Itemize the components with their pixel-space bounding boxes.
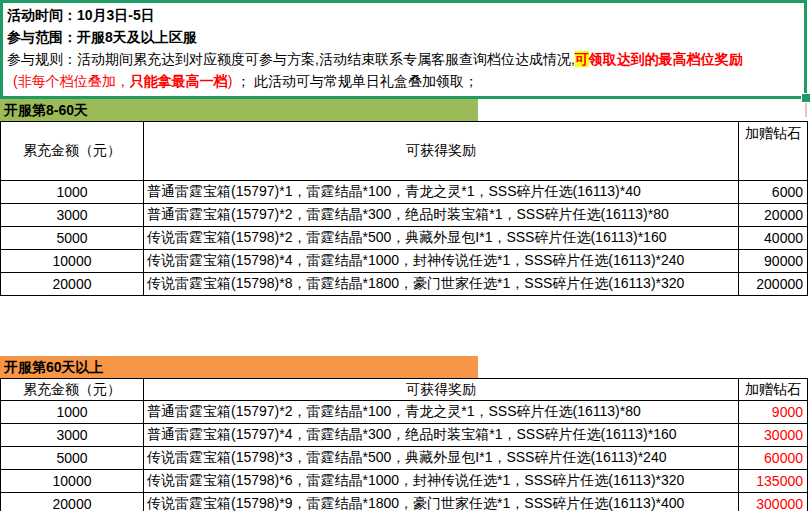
reward-cell[interactable]: 传说雷霆宝箱(15798)*4，雷霆结晶*1000，封神传说任选*1，SSS碎片… bbox=[144, 250, 739, 273]
reward-cell[interactable]: 普通雷霆宝箱(15797)*4，雷霆结晶*300，绝品时装宝箱*1，SSS碎片任… bbox=[144, 424, 739, 447]
table-row: 10000 传说雷霆宝箱(15798)*6，雷霆结晶*1000，封神传说任选*1… bbox=[1, 470, 808, 493]
bonus-cell[interactable]: 40000 bbox=[739, 227, 808, 250]
amount-cell[interactable]: 3000 bbox=[1, 204, 144, 227]
header-amount-cell[interactable]: 累充金额（元） bbox=[1, 379, 144, 401]
amount-cell[interactable]: 5000 bbox=[1, 227, 144, 250]
table-row: 3000 普通雷霆宝箱(15797)*4，雷霆结晶*300，绝品时装宝箱*1，S… bbox=[1, 424, 808, 447]
bonus-cell[interactable]: 20000 bbox=[739, 204, 808, 227]
bonus-cell[interactable]: 9000 bbox=[739, 401, 808, 424]
bonus-cell[interactable]: 30000 bbox=[739, 424, 808, 447]
header-bonus-cell[interactable]: 加赠钻石 bbox=[739, 122, 808, 181]
activity-info-cell[interactable]: 活动时间：10月3日-5日 参与范围：开服8天及以上区服 参与规则：活动期间累充… bbox=[0, 0, 807, 99]
reward-cell[interactable]: 传说雷霆宝箱(15798)*3，雷霆结晶*500，典藏外显包I*1，SSS碎片任… bbox=[144, 447, 739, 470]
note-black-text: ； 此活动可与常规单日礼盒叠加领取； bbox=[236, 73, 478, 89]
table-row: 3000 普通雷霆宝箱(15797)*2，雷霆结晶*300，绝品时装宝箱*1，S… bbox=[1, 204, 808, 227]
header-reward-cell[interactable]: 可获得奖励 bbox=[144, 122, 739, 181]
bonus-cell[interactable]: 60000 bbox=[739, 447, 808, 470]
reward-cell[interactable]: 传说雷霆宝箱(15798)*2，雷霆结晶*500，典藏外显包I*1，SSS碎片任… bbox=[144, 227, 739, 250]
reward-cell[interactable]: 普通雷霆宝箱(15797)*1，雷霆结晶*100，青龙之灵*1，SSS碎片任选(… bbox=[144, 181, 739, 204]
header-reward-cell[interactable]: 可获得奖励 bbox=[144, 379, 739, 401]
section-header-day60plus[interactable]: 开服第60天以上 bbox=[0, 356, 478, 378]
reward-cell[interactable]: 传说雷霆宝箱(15798)*9，雷霆结晶*1800，豪门世家任选*1，SSS碎片… bbox=[144, 493, 739, 511]
recharge-table-day60plus: 累充金额（元） 可获得奖励 加赠钻石 1000 普通雷霆宝箱(15797)*2，… bbox=[0, 378, 808, 511]
table-row: 5000 传说雷霆宝箱(15798)*2，雷霆结晶*500，典藏外显包I*1，S… bbox=[1, 227, 808, 250]
table-row: 1000 普通雷霆宝箱(15797)*2，雷霆结晶*100，青龙之灵*1，SSS… bbox=[1, 401, 808, 424]
recharge-table-day8-60: 累充金额（元） 可获得奖励 加赠钻石 1000 普通雷霆宝箱(15797)*1，… bbox=[0, 121, 808, 296]
table-row: 20000 传说雷霆宝箱(15798)*9，雷霆结晶*1800，豪门世家任选*1… bbox=[1, 493, 808, 511]
rules-highlighted-char: 可 bbox=[575, 51, 589, 67]
adjacent-cell-border bbox=[805, 103, 807, 117]
bonus-cell[interactable]: 90000 bbox=[739, 250, 808, 273]
amount-cell[interactable]: 5000 bbox=[1, 447, 144, 470]
activity-time-line: 活动时间：10月3日-5日 bbox=[7, 4, 802, 26]
header-amount-cell[interactable]: 累充金额（元） bbox=[1, 122, 144, 181]
amount-cell[interactable]: 1000 bbox=[1, 181, 144, 204]
bonus-cell[interactable]: 200000 bbox=[739, 273, 808, 296]
rules-text: 参与规则：活动期间累充达到对应额度可参与方案,活动结束联系专属客服查询档位达成情… bbox=[7, 51, 575, 67]
bonus-cell[interactable]: 135000 bbox=[739, 470, 808, 493]
activity-scope-line: 参与范围：开服8天及以上区服 bbox=[7, 26, 802, 48]
activity-note-line: (非每个档位叠加，只能拿最高一档) ； 此活动可与常规单日礼盒叠加领取； bbox=[7, 70, 802, 92]
table-row: 1000 普通雷霆宝箱(15797)*1，雷霆结晶*100，青龙之灵*1，SSS… bbox=[1, 181, 808, 204]
section-header-day8-60[interactable]: 开服第8-60天 bbox=[0, 99, 478, 121]
table-header-row: 累充金额（元） 可获得奖励 加赠钻石 bbox=[1, 379, 808, 401]
rules-bold-red-text: 领取达到的最高档位奖励 bbox=[589, 51, 743, 67]
header-bonus-cell[interactable]: 加赠钻石 bbox=[739, 379, 808, 401]
table-row: 20000 传说雷霆宝箱(15798)*8，雷霆结晶*1800，豪门世家任选*1… bbox=[1, 273, 808, 296]
amount-cell[interactable]: 3000 bbox=[1, 424, 144, 447]
table-header-row: 累充金额（元） 可获得奖励 加赠钻石 bbox=[1, 122, 808, 181]
amount-cell[interactable]: 20000 bbox=[1, 273, 144, 296]
table-row: 10000 传说雷霆宝箱(15798)*4，雷霆结晶*1000，封神传说任选*1… bbox=[1, 250, 808, 273]
bonus-cell[interactable]: 6000 bbox=[739, 181, 808, 204]
reward-cell[interactable]: 普通雷霆宝箱(15797)*2，雷霆结晶*100，青龙之灵*1，SSS碎片任选(… bbox=[144, 401, 739, 424]
note-red-bold-text: 只能拿最高一档 bbox=[130, 73, 228, 89]
note-red-text: (非每个档位叠加， bbox=[13, 73, 130, 89]
amount-cell[interactable]: 20000 bbox=[1, 493, 144, 511]
amount-cell[interactable]: 1000 bbox=[1, 401, 144, 424]
table-row: 5000 传说雷霆宝箱(15798)*3，雷霆结晶*500，典藏外显包I*1，S… bbox=[1, 447, 808, 470]
reward-cell[interactable]: 普通雷霆宝箱(15797)*2，雷霆结晶*300，绝品时装宝箱*1，SSS碎片任… bbox=[144, 204, 739, 227]
spreadsheet: 活动时间：10月3日-5日 参与范围：开服8天及以上区服 参与规则：活动期间累充… bbox=[0, 0, 811, 511]
reward-cell[interactable]: 传说雷霆宝箱(15798)*8，雷霆结晶*1800，豪门世家任选*1，SSS碎片… bbox=[144, 273, 739, 296]
selection-fill-handle[interactable] bbox=[801, 93, 811, 103]
bonus-cell[interactable]: 300000 bbox=[739, 493, 808, 511]
amount-cell[interactable]: 10000 bbox=[1, 250, 144, 273]
reward-cell[interactable]: 传说雷霆宝箱(15798)*6，雷霆结晶*1000，封神传说任选*1，SSS碎片… bbox=[144, 470, 739, 493]
note-red-close: ) bbox=[228, 73, 237, 89]
amount-cell[interactable]: 10000 bbox=[1, 470, 144, 493]
activity-rules-line: 参与规则：活动期间累充达到对应额度可参与方案,活动结束联系专属客服查询档位达成情… bbox=[7, 48, 802, 70]
